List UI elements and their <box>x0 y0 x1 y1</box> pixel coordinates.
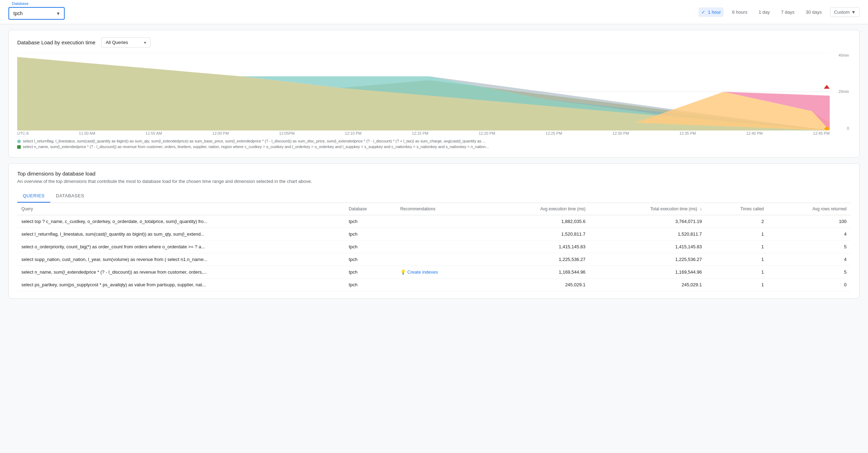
query-cell-0[interactable]: select top ? c_name, c_custkey, o_orderk… <box>17 215 345 228</box>
chart-area: 40min 20min 0 UTC-8 11:50 AM 11:55 AM 12… <box>17 53 851 136</box>
total-exec-cell-2: 1,415,145.83 <box>590 241 706 253</box>
table-row: select o_orderpriority, count_big(*) as … <box>17 241 851 253</box>
times-cell-2: 1 <box>706 241 768 253</box>
bottom-card-header: Top dimensions by database load An overv… <box>17 171 851 184</box>
legend-item-0: select l_returnflag, l_linestatus, sum(c… <box>17 139 851 143</box>
y-label-mid: 20min <box>838 89 849 94</box>
legend-text-0: select l_returnflag, l_linestatus, sum(c… <box>23 139 486 143</box>
avg-exec-cell-4: 1,169,544.96 <box>486 266 590 279</box>
table-row: select supp_nation, cust_nation, l_year,… <box>17 253 851 266</box>
times-cell-3: 1 <box>706 253 768 266</box>
chart-container: 40min 20min 0 <box>17 53 830 130</box>
x-label-6: 12:15 PM <box>412 131 428 135</box>
avg-exec-cell-3: 1,225,536.27 <box>486 253 590 266</box>
table-header-row: Query Database Recommendations Avg execu… <box>17 203 851 215</box>
time-option-30d[interactable]: 30 days <box>803 7 825 17</box>
sort-desc-icon: ↓ <box>700 206 702 211</box>
time-option-7d[interactable]: 7 days <box>778 7 797 17</box>
table-row: select l_returnflag, l_linestatus, sum(c… <box>17 228 851 241</box>
create-indexes-label: Create indexes <box>407 269 438 275</box>
th-avg-exec: Avg execution time (ms) <box>486 203 590 215</box>
query-cell-5[interactable]: select ps_partkey, sum(ps_supplycost * p… <box>17 279 345 291</box>
chart-title: Database Load by execution time <box>17 39 96 45</box>
times-cell-1: 1 <box>706 228 768 241</box>
times-cell-5: 1 <box>706 279 768 291</box>
total-exec-cell-5: 245,029.1 <box>590 279 706 291</box>
x-label-10: 12:35 PM <box>679 131 696 135</box>
query-filter-select[interactable]: All Queries Specific Query <box>101 37 150 47</box>
chart-legend: select l_returnflag, l_linestatus, sum(c… <box>17 139 851 149</box>
rec-cell-0 <box>396 215 486 228</box>
table-row: select ps_partkey, sum(ps_supplycost * p… <box>17 279 851 291</box>
db-cell-0: tpch <box>345 215 396 228</box>
db-cell-4: tpch <box>345 266 396 279</box>
main-content: Database Load by execution time All Quer… <box>0 24 868 310</box>
time-option-1d[interactable]: 1 day <box>756 7 773 17</box>
th-total-exec[interactable]: Total execution time (ms) ↓ <box>590 203 706 215</box>
avg-exec-cell-5: 245,029.1 <box>486 279 590 291</box>
database-value: tpch <box>13 11 22 16</box>
x-label-0: UTC-8 <box>17 131 28 135</box>
x-label-1: 11:50 AM <box>79 131 95 135</box>
check-icon: ✓ <box>701 9 705 15</box>
tab-queries[interactable]: QUERIES <box>17 190 50 203</box>
avg-rows-cell-2: 5 <box>768 241 851 253</box>
chart-card-header: Database Load by execution time All Quer… <box>17 37 851 47</box>
tab-databases[interactable]: DATABASES <box>50 190 90 203</box>
query-cell-3[interactable]: select supp_nation, cust_nation, l_year,… <box>17 253 345 266</box>
db-cell-3: tpch <box>345 253 396 266</box>
avg-rows-cell-3: 4 <box>768 253 851 266</box>
total-exec-cell-1: 1,520,811.7 <box>590 228 706 241</box>
rec-cell-4[interactable]: 💡 Create indexes <box>396 266 486 279</box>
db-cell-2: tpch <box>345 241 396 253</box>
total-exec-cell-0: 3,764,071.19 <box>590 215 706 228</box>
legend-dot-0 <box>17 140 21 143</box>
time-range-bar: ✓ 1 hour 6 hours 1 day 7 days 30 days Cu… <box>699 7 860 17</box>
time-option-1h[interactable]: ✓ 1 hour <box>699 7 724 17</box>
database-dropdown[interactable]: tpch ▼ <box>8 7 65 20</box>
chart-card: Database Load by execution time All Quer… <box>8 30 860 158</box>
total-exec-cell-4: 1,169,544.96 <box>590 266 706 279</box>
x-label-5: 12:10 PM <box>345 131 362 135</box>
query-cell-2[interactable]: select o_orderpriority, count_big(*) as … <box>17 241 345 253</box>
y-label-top: 40min <box>838 53 849 57</box>
section-title: Top dimensions by database load <box>17 171 851 177</box>
dropdown-arrow-icon: ▼ <box>56 11 60 16</box>
th-avg-rows: Avg rows returned <box>768 203 851 215</box>
avg-exec-cell-1: 1,520,811.7 <box>486 228 590 241</box>
total-exec-cell-3: 1,225,536.27 <box>590 253 706 266</box>
rec-cell-5 <box>396 279 486 291</box>
table-body: select top ? c_name, c_custkey, o_orderk… <box>17 215 851 291</box>
db-cell-1: tpch <box>345 228 396 241</box>
queries-table: Query Database Recommendations Avg execu… <box>17 203 851 291</box>
db-cell-5: tpch <box>345 279 396 291</box>
rec-cell-2 <box>396 241 486 253</box>
avg-exec-cell-2: 1,415,145.83 <box>486 241 590 253</box>
query-cell-1[interactable]: select l_returnflag, l_linestatus, sum(c… <box>17 228 345 241</box>
x-label-7: 12:20 PM <box>479 131 495 135</box>
legend-text-1: select n_name, sum(l_extendedprice * (? … <box>23 145 489 149</box>
legend-square-1 <box>17 145 21 149</box>
avg-rows-cell-1: 4 <box>768 228 851 241</box>
time-option-custom[interactable]: Custom ▼ <box>830 7 860 17</box>
chart-svg <box>17 53 830 130</box>
times-cell-0: 2 <box>706 215 768 228</box>
time-option-6h[interactable]: 6 hours <box>729 7 750 17</box>
avg-rows-cell-5: 0 <box>768 279 851 291</box>
rec-cell-1 <box>396 228 486 241</box>
th-database: Database <box>345 203 396 215</box>
avg-exec-cell-0: 1,882,035.6 <box>486 215 590 228</box>
query-filter-wrapper: All Queries Specific Query <box>101 37 150 47</box>
top-bar: Database tpch ▼ ✓ 1 hour 6 hours 1 day 7… <box>0 0 868 24</box>
chevron-down-icon: ▼ <box>851 9 856 15</box>
th-times-called: Times called <box>706 203 768 215</box>
x-label-11: 12:40 PM <box>746 131 763 135</box>
legend-item-1: select n_name, sum(l_extendedprice * (? … <box>17 145 851 149</box>
rec-cell-3 <box>396 253 486 266</box>
y-label-bottom: 0 <box>847 126 849 130</box>
x-label-4: 12:05PM <box>279 131 294 135</box>
create-indexes-link[interactable]: 💡 Create indexes <box>400 269 481 275</box>
query-cell-4[interactable]: select n_name, sum(l_extendedprice * (? … <box>17 266 345 279</box>
x-label-2: 11:55 AM <box>145 131 162 135</box>
times-cell-4: 1 <box>706 266 768 279</box>
